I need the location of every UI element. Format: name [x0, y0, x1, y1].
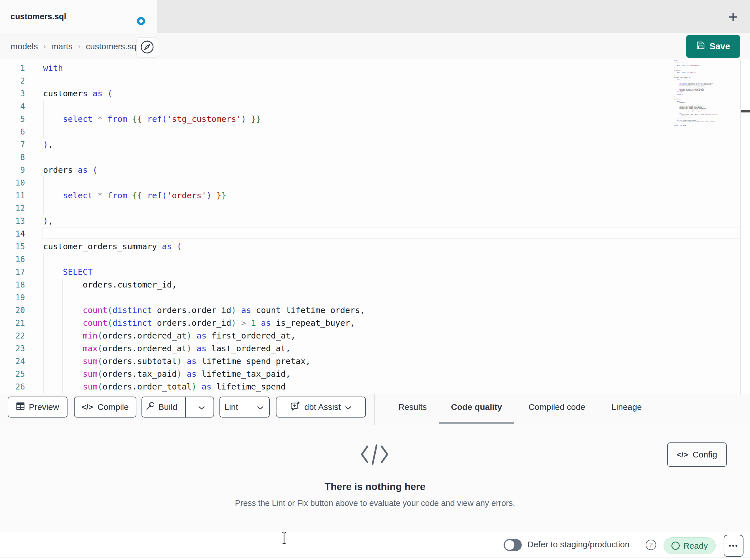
overview-ruler[interactable] [741, 60, 750, 394]
line-number[interactable]: 18 [0, 278, 25, 291]
code-line[interactable]: 19 [0, 291, 741, 304]
code-line[interactable]: 5 select * from {{ ref('stg_customers') … [0, 113, 741, 125]
save-button[interactable]: Save [686, 35, 740, 58]
tab-lineage[interactable]: Lineage [604, 397, 649, 417]
line-number[interactable]: 14 [0, 227, 25, 240]
line-number[interactable]: 21 [0, 317, 25, 329]
code-line[interactable]: 6 [0, 125, 741, 138]
line-number[interactable]: 9 [0, 164, 25, 177]
plus-icon: + [728, 7, 738, 26]
line-number[interactable]: 24 [0, 355, 25, 368]
breadcrumb: models › marts › customers.sql [11, 33, 138, 60]
code-line[interactable]: 20 count(distinct orders.order_id) as co… [0, 304, 741, 317]
dbt-assist-button[interactable]: dbt Assist [276, 397, 366, 417]
line-number[interactable]: 1 [0, 62, 25, 75]
breadcrumb-customers-sql[interactable]: customers.sql [86, 42, 138, 51]
code-line-text: orders as ( [43, 164, 98, 177]
code-line[interactable]: 17 SELECT [0, 266, 741, 278]
code-line[interactable]: 12 [0, 202, 741, 215]
code-line[interactable]: 14 [0, 227, 741, 240]
line-number[interactable]: 26 [0, 380, 25, 393]
tab-customers-sql[interactable]: customers.sql [0, 0, 157, 33]
config-button[interactable]: </> Config [667, 442, 727, 467]
empty-state-title: There is nothing here [0, 481, 750, 492]
code-line-text: ), [43, 215, 53, 227]
table-icon [16, 402, 25, 412]
line-number[interactable]: 8 [0, 151, 25, 164]
line-number[interactable]: 10 [0, 177, 25, 189]
code-line[interactable]: 3customers as ( [0, 87, 741, 100]
minimap[interactable]: with customers as ( select * from {{ ref… [674, 60, 741, 128]
code-line[interactable]: 15customer_orders_summary as ( [0, 240, 741, 253]
code-line[interactable]: 10 [0, 177, 741, 189]
code-line[interactable]: 18 orders.customer_id, [0, 278, 741, 291]
line-number[interactable]: 11 [0, 189, 25, 202]
breadcrumb-models[interactable]: models [11, 42, 38, 51]
config-label: Config [692, 450, 717, 459]
preview-label: Preview [29, 402, 59, 412]
line-number[interactable]: 22 [0, 329, 25, 342]
line-number[interactable]: 12 [0, 202, 25, 215]
file-navigate-button[interactable] [136, 37, 158, 58]
code-line-text: sum(orders.tax_paid) as lifetime_tax_pai… [43, 368, 291, 380]
line-number[interactable]: 4 [0, 100, 25, 113]
build-dropdown-button[interactable] [190, 397, 214, 417]
code-line[interactable]: 25 sum(orders.tax_paid) as lifetime_tax_… [0, 368, 741, 380]
preview-button[interactable]: Preview [8, 397, 67, 417]
line-number[interactable]: 15 [0, 240, 25, 253]
ellipsis-icon: ••• [729, 542, 738, 550]
overview-ruler-marker [741, 110, 750, 112]
code-editor[interactable]: 1with23customers as (45 select * from {{… [0, 60, 750, 394]
help-icon[interactable]: ? [646, 540, 656, 550]
breadcrumb-marts[interactable]: marts [51, 42, 73, 51]
code-line[interactable]: 7), [0, 138, 741, 151]
tab-results[interactable]: Results [394, 397, 431, 417]
lint-button[interactable]: Lint [220, 397, 242, 417]
code-quality-panel [0, 426, 750, 531]
line-number[interactable]: 25 [0, 368, 25, 380]
code-line[interactable]: 2 [0, 75, 741, 87]
line-number[interactable]: 7 [0, 138, 25, 151]
tab-results-label: Results [398, 402, 427, 412]
defer-label: Defer to staging/production [528, 532, 630, 557]
tab-code-quality[interactable]: Code quality [439, 397, 514, 417]
compile-button[interactable]: </> Compile [74, 397, 136, 417]
line-number[interactable]: 6 [0, 125, 25, 138]
line-number[interactable]: 3 [0, 87, 25, 100]
compass-icon [140, 40, 155, 56]
ready-status-badge[interactable]: Ready [664, 537, 716, 554]
empty-state-subtitle: Press the Lint or Fix button above to ev… [0, 499, 750, 508]
code-line-text: ), [43, 138, 53, 151]
code-line[interactable]: 11 select * from {{ ref('orders') }} [0, 189, 741, 202]
line-number[interactable]: 13 [0, 215, 25, 227]
tab-compiled-code[interactable]: Compiled code [520, 397, 594, 417]
line-number[interactable]: 17 [0, 266, 25, 278]
code-line-text: select * from {{ ref('stg_customers') }} [43, 113, 261, 125]
code-line[interactable]: 16 [0, 253, 741, 266]
line-number[interactable]: 5 [0, 113, 25, 125]
line-number[interactable]: 16 [0, 253, 25, 266]
code-icon: </> [82, 403, 93, 412]
code-line[interactable]: 22 min(orders.ordered_at) as first_order… [0, 329, 741, 342]
code-line-text: count(distinct orders.order_id) as count… [43, 304, 365, 317]
code-line[interactable]: 24 sum(orders.subtotal) as lifetime_spen… [0, 355, 741, 368]
line-number[interactable]: 2 [0, 75, 25, 87]
code-line[interactable]: 9orders as ( [0, 164, 741, 177]
build-button[interactable]: Build [142, 397, 181, 417]
tab-code-quality-label: Code quality [451, 402, 502, 412]
new-tab-button[interactable]: + [716, 0, 750, 33]
line-number[interactable]: 20 [0, 304, 25, 317]
unsaved-changes-dot-icon [137, 17, 145, 25]
defer-toggle[interactable] [504, 539, 522, 551]
line-number[interactable]: 19 [0, 291, 25, 304]
more-options-button[interactable]: ••• [724, 535, 744, 557]
code-line[interactable]: 26 sum(orders.order_total) as lifetime_s… [0, 380, 741, 393]
code-line[interactable]: 8 [0, 151, 741, 164]
lint-dropdown-button[interactable] [252, 397, 269, 417]
code-line[interactable]: 1with [0, 62, 741, 75]
code-line[interactable]: 13), [0, 215, 741, 227]
code-line[interactable]: 21 count(distinct orders.order_id) > 1 a… [0, 317, 741, 329]
line-number[interactable]: 23 [0, 342, 25, 355]
code-line[interactable]: 23 max(orders.ordered_at) as last_ordere… [0, 342, 741, 355]
code-line[interactable]: 4 [0, 100, 741, 113]
